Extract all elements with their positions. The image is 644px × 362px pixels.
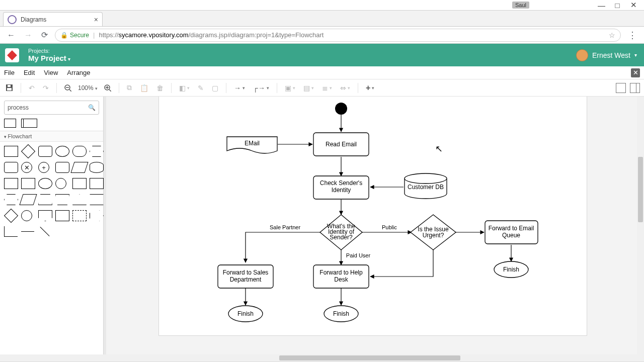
menu-view[interactable]: View [44,69,58,76]
shape-tri[interactable] [72,194,87,205]
shape-pill[interactable] [72,146,87,157]
shape-line[interactable] [21,231,34,232]
node-finish3[interactable]: Finish [494,261,528,278]
align-icon[interactable]: ≣ ▾ [320,83,334,93]
outline-panel-toggle[interactable] [630,83,640,93]
secure-indicator: 🔒 Secure [60,32,89,39]
shape-cylinder[interactable] [90,162,104,173]
zoom-out-icon[interactable] [63,83,73,93]
window-minimize-button[interactable]: — [598,1,605,10]
project-picker[interactable]: My Project ▾ [28,54,70,62]
shape-trap1[interactable] [38,194,52,205]
distribute-icon[interactable]: ⇔ ▾ [339,83,352,93]
node-finish2[interactable]: Finish [324,306,358,322]
format-panel-toggle[interactable] [616,83,626,93]
shape-hexagon[interactable] [90,146,104,157]
to-back-icon[interactable]: ▤ ▾ [302,83,315,93]
horizontal-scrollbar[interactable] [0,354,644,361]
shape-manual[interactable] [19,194,37,205]
shape-rect2[interactable] [55,210,69,221]
node-email[interactable]: EMail [227,137,277,153]
shape-display[interactable] [4,194,18,205]
redo-icon[interactable]: ↷ [41,83,50,93]
label-sale-partner: Sale Partner [270,224,300,230]
waypoint-style-icon[interactable]: ┌→ ▾ [252,83,271,93]
shape-connector[interactable] [55,178,66,189]
shape-rounded[interactable] [38,146,52,157]
node-forward-email[interactable]: Forward to Email Queue [485,221,538,244]
shape-paper[interactable] [72,178,87,189]
shape-offpage[interactable] [38,210,52,221]
svg-text:Urgent?: Urgent? [423,232,444,239]
node-start[interactable] [335,103,347,115]
node-finish1[interactable]: Finish [228,306,263,322]
shape-ellipse2[interactable] [38,178,52,189]
shape-card[interactable] [55,162,69,173]
svg-text:Customer DB: Customer DB [408,184,444,191]
nav-back-icon[interactable]: ← [5,31,17,40]
shape-arrow[interactable] [90,210,104,221]
to-front-icon[interactable]: ▣ ▾ [283,83,297,93]
shape-data[interactable] [70,162,88,173]
undo-icon[interactable]: ↶ [27,83,36,93]
shape-subprocess[interactable] [4,178,18,189]
shape-internal[interactable] [21,178,35,189]
app-logo[interactable] [5,48,19,62]
shape-alt1[interactable] [4,162,18,173]
node-forward-help[interactable]: Forward to Help Desk [313,265,369,288]
canvas[interactable]: Sale Partner Paid User Public EMail Read… [104,97,644,354]
shape-circle2[interactable] [21,210,32,221]
palette-section-flowchart[interactable]: Flowchart [0,131,103,142]
user-menu[interactable]: Ernest West ▾ [576,49,637,61]
shape-or[interactable]: + [38,162,49,173]
shape-trap2[interactable] [55,194,69,205]
shape-sum[interactable]: ✕ [21,162,32,173]
address-bar[interactable]: 🔒 Secure | https://sycamore.vpository.co… [55,29,621,42]
edge-decision-sales[interactable] [246,232,321,262]
result-process-shape[interactable] [4,119,16,128]
node-decision-identity[interactable]: What's the Identity of Sender? [320,215,362,250]
browser-tab[interactable]: Diagrams × [3,12,103,26]
shape-diamond2[interactable] [4,209,18,223]
window-maximize-button[interactable]: □ [614,1,621,10]
search-icon[interactable]: 🔍 [88,104,96,111]
browser-menu-icon[interactable]: ⋮ [626,30,639,41]
node-forward-sales[interactable]: Forward to Sales Department [218,265,273,288]
shape-search-input[interactable]: process 🔍 [4,101,99,115]
edge-urgent-helpdesk[interactable] [370,250,433,277]
bookmark-star-icon[interactable]: ☆ [609,31,615,39]
shape-decision[interactable] [21,144,35,158]
connector-style-icon[interactable]: → ▾ [232,83,247,93]
shape-line2[interactable] [40,227,49,236]
browser-tab-strip: Diagrams × [0,11,644,27]
vertical-scrollbar[interactable] [637,97,644,354]
node-check-identity[interactable]: Check Sender's Identity [313,176,369,199]
panel-close-icon[interactable]: ✕ [631,68,640,77]
fill-color-icon[interactable]: ◧ ▾ [178,83,191,93]
app-header: Projects: My Project ▾ Ernest West ▾ [0,44,644,66]
menu-edit[interactable]: Edit [24,69,35,76]
save-icon[interactable] [4,83,15,93]
shape-elbow-line[interactable] [4,226,18,237]
tab-close-icon[interactable]: × [94,16,98,24]
svg-text:Forward to Help: Forward to Help [319,269,363,276]
result-process-wide-shape[interactable] [21,119,37,128]
zoom-level[interactable]: 100% ▾ [78,84,98,92]
menu-arrange[interactable]: Arrange [67,69,90,76]
line-color-icon[interactable]: ✎ [196,83,205,93]
node-customer-db[interactable]: Customer DB [405,173,447,199]
node-decision-urgent[interactable]: Is the Issue Urgent? [411,215,456,250]
shadow-icon[interactable]: ▢ [210,83,220,93]
shape-loop[interactable] [90,178,104,189]
node-read-email[interactable]: Read Email [313,133,369,156]
shape-terminator[interactable] [55,146,69,157]
window-close-button[interactable]: ✕ [630,1,637,10]
nav-reload-icon[interactable]: ⟳ [39,30,50,40]
insert-icon[interactable]: + ▾ [364,82,376,94]
palette-grid: ✕ + [0,142,103,241]
shape-process[interactable] [4,146,18,157]
shape-strip[interactable] [72,210,87,221]
menu-file[interactable]: File [4,69,15,76]
shape-hourglass[interactable] [90,194,104,205]
zoom-in-icon[interactable] [103,83,113,93]
